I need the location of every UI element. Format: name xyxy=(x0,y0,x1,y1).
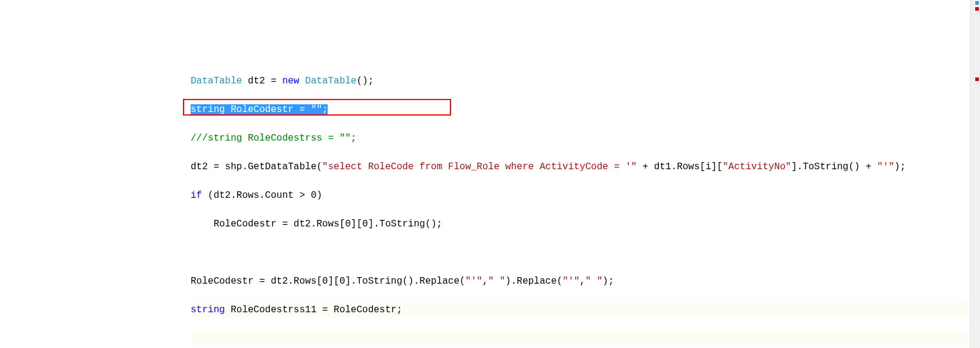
code-line[interactable]: string RoleCodestrss11 = RoleCodestr; xyxy=(191,303,980,317)
code-line-highlighted[interactable]: RoleCodestr = dt2.Rows[0][0].ToString().… xyxy=(191,274,980,288)
code-line-selected[interactable]: string RoleCodestr = ""; xyxy=(191,102,980,117)
code-line[interactable]: RoleCodestr = dt2.Rows[0][0].ToString(); xyxy=(191,217,980,231)
scroll-marker-error xyxy=(975,7,979,11)
scroll-marker-change xyxy=(975,1,979,5)
scroll-marker-error xyxy=(975,77,979,81)
code-line-blank[interactable] xyxy=(191,331,980,346)
vertical-scrollbar[interactable] xyxy=(970,0,980,348)
string-literal: "select RoleCode from Flow_Role where Ac… xyxy=(322,161,637,172)
code-line-blank[interactable] xyxy=(191,246,980,260)
string-keyword: string xyxy=(191,304,225,315)
if-keyword: if xyxy=(191,190,202,201)
type-keyword: DataTable xyxy=(191,76,242,86)
new-keyword: new xyxy=(282,76,300,86)
code-line[interactable]: DataTable dt2 = new DataTable(); xyxy=(191,74,980,88)
text-selection: string RoleCodestr = ""; xyxy=(191,104,328,115)
code-editor[interactable]: DataTable dt2 = new DataTable(); string … xyxy=(0,57,980,348)
code-line[interactable]: ///string RoleCodestrss = ""; xyxy=(191,131,980,145)
code-line[interactable]: dt2 = shp.GetDataTable("select RoleCode … xyxy=(191,160,980,174)
code-line[interactable]: if (dt2.Rows.Count > 0) xyxy=(191,188,980,203)
comment: ///string RoleCodestrss = ""; xyxy=(191,133,356,144)
